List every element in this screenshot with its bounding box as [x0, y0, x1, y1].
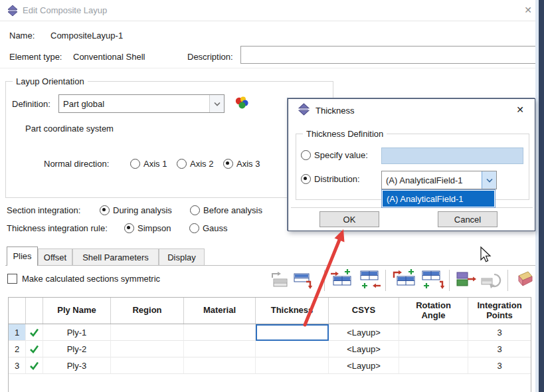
toolbar-separator	[385, 270, 386, 291]
regenerate-icon[interactable]	[480, 270, 502, 290]
radio-axis-1-circle[interactable]	[130, 159, 140, 169]
radio-axis-2-circle[interactable]	[177, 159, 187, 169]
move-rows-up-icon[interactable]	[270, 271, 288, 288]
radio-during-analysis-label: During analysis	[113, 205, 172, 215]
row-3-points[interactable]: 3	[468, 357, 531, 374]
row-3-ply-name[interactable]: Ply-3	[43, 357, 111, 374]
radio-axis-3-circle[interactable]	[223, 159, 233, 169]
radio-distribution[interactable]: Distribution:	[301, 174, 360, 184]
pattern-rows-icon[interactable]	[455, 270, 476, 289]
row-3-thickness[interactable]	[256, 357, 329, 374]
radio-axis-3[interactable]: Axis 3	[223, 159, 260, 169]
row-1-points[interactable]: 3	[468, 324, 531, 341]
radio-axis-1[interactable]: Axis 1	[130, 159, 167, 169]
part-coordinate-note: Part coordinate system	[25, 124, 114, 134]
row-1-csys[interactable]: <Layup>	[329, 324, 399, 341]
row-2-csys[interactable]: <Layup>	[329, 341, 399, 357]
tab-plies[interactable]: Plies	[7, 246, 38, 266]
specify-value-input[interactable]	[381, 147, 523, 164]
radio-before-analysis-label: Before analysis	[203, 205, 262, 215]
radio-simpson-circle[interactable]	[124, 223, 134, 233]
thickness-rule-label: Thickness integration rule:	[7, 223, 108, 233]
copy-rows-after-icon[interactable]	[420, 270, 445, 292]
col-header-rownum	[9, 298, 26, 324]
radio-axis-1-label: Axis 1	[143, 159, 167, 169]
definition-combobox-value: Part global	[59, 99, 209, 109]
csys-datum-icon[interactable]	[234, 95, 250, 111]
radio-before-analysis-circle[interactable]	[190, 205, 200, 215]
radio-during-analysis[interactable]: During analysis	[100, 205, 172, 215]
radio-gauss[interactable]: Gauss	[189, 223, 228, 233]
col-header-status	[26, 298, 43, 324]
thickness-dialog-close-icon[interactable]: ✕	[516, 104, 524, 115]
radio-axis-2-label: Axis 2	[190, 159, 213, 169]
radio-axis-2[interactable]: Axis 2	[177, 159, 213, 169]
tab-display[interactable]: Display	[159, 248, 205, 266]
radio-specify-value[interactable]: Specify value:	[301, 150, 368, 160]
symmetric-checkbox[interactable]	[7, 274, 17, 284]
insert-row-before-icon[interactable]	[330, 268, 354, 290]
symmetric-checkbox-label: Make calculated sections symmetric	[22, 274, 160, 284]
check-icon	[29, 344, 39, 353]
radio-during-analysis-circle[interactable]	[100, 205, 110, 215]
radio-distribution-circle[interactable]	[301, 174, 311, 184]
row-3-region[interactable]	[111, 357, 184, 374]
row-3-csys[interactable]: <Layup>	[329, 357, 399, 374]
row-1-thickness-active-cell[interactable]	[256, 324, 329, 341]
check-icon	[29, 361, 39, 370]
cancel-button[interactable]: Cancel	[438, 211, 498, 227]
chevron-down-icon[interactable]	[482, 171, 496, 189]
radio-distribution-label: Distribution:	[314, 174, 360, 184]
tab-offset[interactable]: Offset	[38, 248, 72, 266]
radio-specify-value-circle[interactable]	[301, 150, 311, 160]
radio-simpson[interactable]: Simpson	[124, 223, 171, 233]
row-1-number[interactable]: 1	[9, 324, 26, 341]
radio-before-analysis[interactable]: Before analysis	[190, 205, 262, 215]
title-bar: Edit Composite Layup ✕	[0, 0, 544, 21]
window-close-icon[interactable]: ✕	[524, 5, 532, 15]
row-2-material[interactable]	[184, 341, 256, 357]
row-3-rotation[interactable]	[399, 357, 468, 374]
row-3-number[interactable]: 3	[9, 357, 26, 374]
move-rows-down-icon[interactable]	[293, 271, 314, 290]
tab-shell-parameters[interactable]: Shell Parameters	[72, 248, 159, 266]
window-title: Edit Composite Layup	[23, 5, 107, 15]
row-2-thickness[interactable]	[256, 341, 329, 357]
radio-gauss-label: Gauss	[203, 223, 228, 233]
clear-table-eraser-icon[interactable]	[513, 270, 533, 289]
radio-gauss-circle[interactable]	[189, 223, 199, 233]
description-input[interactable]	[240, 46, 538, 64]
row-1-region[interactable]	[111, 324, 184, 341]
definition-combobox[interactable]: Part global	[58, 94, 225, 113]
row-2-rotation[interactable]	[399, 341, 468, 357]
col-header-rotation-angle: Rotation Angle	[399, 298, 468, 324]
insert-row-after-icon[interactable]	[357, 270, 381, 292]
ok-button[interactable]: OK	[319, 211, 379, 227]
row-2-points[interactable]: 3	[468, 341, 531, 357]
col-header-csys: CSYS	[329, 298, 399, 324]
row-2-region[interactable]	[111, 341, 184, 357]
distribution-combobox[interactable]: (A) AnalyticalField-1	[381, 171, 497, 189]
row-1-ply-name[interactable]: Ply-1	[43, 324, 111, 341]
radio-simpson-label: Simpson	[137, 223, 171, 233]
toolbar-separator	[507, 270, 508, 291]
tab-baseline	[5, 265, 535, 266]
row-2-ply-name[interactable]: Ply-2	[43, 341, 111, 357]
app-logo-icon	[298, 103, 310, 116]
row-2-number[interactable]: 2	[9, 341, 26, 357]
distribution-dropdown-list: (A) AnalyticalField-1	[381, 189, 496, 208]
row-1-rotation[interactable]	[399, 324, 468, 341]
dropdown-item-analyticalfield-1[interactable]: (A) AnalyticalField-1	[383, 191, 494, 207]
col-header-thickness: Thickness	[256, 298, 329, 324]
thickness-dialog: Thickness ✕ Thickness Definition Specify…	[288, 98, 535, 231]
copy-rows-before-icon[interactable]	[392, 268, 417, 290]
thickness-definition-group-label: Thickness Definition	[303, 129, 387, 139]
radio-axis-3-label: Axis 3	[236, 159, 260, 169]
row-1-material[interactable]	[184, 324, 256, 341]
chevron-down-icon[interactable]	[209, 95, 224, 112]
normal-direction-label: Normal direction:	[44, 159, 109, 169]
row-3-material[interactable]	[184, 357, 256, 374]
row-2-status	[26, 341, 43, 357]
app-logo-icon	[7, 5, 19, 17]
col-header-region: Region	[111, 298, 184, 324]
